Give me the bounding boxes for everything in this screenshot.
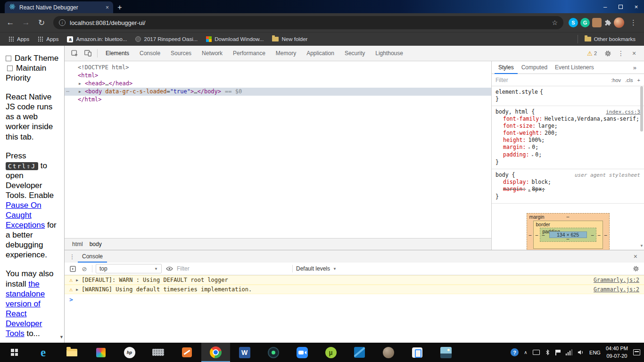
bookmark-item-rinspeed[interactable]: 2017 Rinspeed Oasi... [132,35,201,43]
volume-icon[interactable] [578,349,584,355]
extensions-puzzle-icon[interactable] [604,19,611,26]
tab-network[interactable]: Network [197,46,227,61]
console-warning-row[interactable]: ⚠ ▶ [WARNING] Using default timeseries i… [65,285,644,294]
css-property[interactable]: margin:▸0; [495,144,640,151]
window-close-button[interactable]: × [628,0,644,13]
network-signal-icon[interactable] [566,349,573,355]
css-property-overridden[interactable]: margin:▸8px; [495,186,640,193]
defender-flag-icon[interactable] [555,350,561,355]
css-property[interactable]: font-weight:200; [495,130,640,137]
node-options-dots-icon[interactable]: ⋯ [66,88,68,96]
element-classes-button[interactable]: .cls [625,77,633,83]
device-toolbar-icon[interactable] [82,47,94,59]
element-style-rule[interactable]: element.style{ } [492,86,644,106]
help-icon[interactable]: ? [511,348,519,356]
browser-tab[interactable]: React Native Debugger × [5,1,113,13]
css-property[interactable]: height:100%; [495,137,640,144]
expand-shorthand-icon[interactable]: ▸ [528,146,530,150]
taskbar-file-explorer[interactable] [58,343,86,362]
breadcrumb-body[interactable]: body [87,240,105,248]
console-warnings-badge[interactable]: ⚠ 2 [587,50,597,57]
devtools-close-icon[interactable]: × [628,47,640,59]
styles-filter-input[interactable] [495,77,607,83]
pause-exceptions-link[interactable]: Pause On Caught Exceptions [6,201,45,230]
dom-html-open[interactable]: <html> [65,72,491,80]
new-tab-button[interactable]: + [113,1,126,13]
expand-shorthand-icon[interactable]: ▸ [528,188,530,192]
tab-sources[interactable]: Sources [166,46,196,61]
expand-arrow-icon[interactable]: ▶ [79,80,85,88]
console-source-link[interactable]: Grammarly.js:2 [588,277,639,283]
bookmark-item-apps-2[interactable]: Apps [34,35,62,43]
tray-expand-icon[interactable]: ∧ [524,350,527,355]
taskbar-pictures[interactable] [431,343,460,362]
page-info-icon[interactable]: i [59,19,66,26]
drawer-menu-icon[interactable]: ⋮ [66,253,78,260]
inspect-element-icon[interactable] [68,47,81,59]
css-property[interactable]: font-size:large; [495,123,640,130]
stylesheet-source-link[interactable]: index.css:3 [606,108,640,115]
taskbar-zoom[interactable] [288,343,316,362]
start-button[interactable] [0,343,29,362]
dom-body-node-selected[interactable]: ⋯▶<body data-gr-c-s-loaded="true">…</bod… [65,88,491,96]
taskbar-hp[interactable]: hp [115,343,144,362]
bookmark-item-apps-1[interactable]: Apps [5,35,33,43]
tab-styles[interactable]: Styles [495,61,518,74]
tab-lighthouse[interactable]: Lighthouse [371,46,408,61]
console-drawer-tab[interactable]: Console [78,250,107,263]
tab-security[interactable]: Security [340,46,370,61]
grammarly-extension-icon[interactable]: G [580,18,590,27]
forward-button[interactable]: → [19,16,33,29]
idm-extension-icon[interactable] [592,18,602,27]
action-center-icon[interactable] [633,349,640,355]
bookmark-star-icon[interactable]: ☆ [552,19,558,26]
css-property[interactable]: padding:▸0; [495,151,640,159]
taskbar-utorrent[interactable]: µ [316,343,345,362]
taskbar-edge[interactable]: e [29,343,58,362]
console-warning-row[interactable]: ⚠ ▶ [DEFAULT]: WARN : Using DEFAULT root… [65,275,644,285]
breadcrumb-html[interactable]: html [69,240,86,248]
other-bookmarks-button[interactable]: Other bookmarks [570,33,639,45]
expand-arrow-icon[interactable]: ▶ [76,278,78,282]
expand-arrow-icon[interactable]: ▶ [79,88,85,96]
taskbar-chrome[interactable] [201,343,230,362]
profile-avatar[interactable] [614,17,624,28]
address-bar[interactable]: i localhost:8081/debugger-ui/ ☆ [53,16,563,29]
back-button[interactable]: ← [4,16,17,29]
language-indicator[interactable]: ENG [589,350,601,355]
tablet-mode-icon[interactable] [533,350,540,355]
console-filter-input[interactable] [177,265,289,272]
maintain-priority-checkbox[interactable] [7,66,13,71]
window-maximize-button[interactable] [613,0,628,13]
clock[interactable]: 04:40 PM 09-07-20 [606,345,628,360]
box-model-margin[interactable]: margin – – – – border – – [527,213,610,250]
dom-doctype[interactable]: <!DOCTYPE html> [65,64,491,72]
taskbar-photos[interactable] [86,343,115,362]
tab-event-listeners[interactable]: Event Listeners [551,61,598,74]
taskbar-gimp[interactable] [374,343,403,362]
tab-performance[interactable]: Performance [228,46,270,61]
log-levels-dropdown[interactable]: Default levels ▼ [296,265,337,272]
skype-extension-icon[interactable]: S [569,18,578,27]
live-expression-eye-icon[interactable] [165,266,173,271]
taskbar-word[interactable]: W [230,343,259,362]
user-agent-body-rule[interactable]: body {user agent stylesheet display:bloc… [492,169,644,204]
refresh-button[interactable]: ↻ [35,16,48,29]
bluetooth-icon[interactable] [545,349,550,356]
expand-arrow-icon[interactable]: ▶ [76,288,78,292]
box-model-content[interactable]: 134 × 625 [549,231,587,238]
tab-memory[interactable]: Memory [271,46,301,61]
tab-application[interactable]: Application [302,46,339,61]
body-html-rule[interactable]: body, html {index.css:3 font-family:Helv… [492,106,644,169]
more-tabs-icon[interactable]: » [633,64,641,71]
drawer-close-icon[interactable]: × [629,253,642,260]
devtools-menu-icon[interactable]: ⋮ [615,47,627,59]
bookmark-item-new-folder[interactable]: New folder [268,35,311,43]
browser-menu-icon[interactable]: ⋮ [627,18,640,27]
clear-console-icon[interactable]: ⊘ [80,265,89,272]
box-model-padding[interactable]: padding – – – 134 × 625 [540,228,596,242]
console-prompt-row[interactable]: > [65,294,644,305]
tab-computed[interactable]: Computed [518,61,551,74]
box-model-border[interactable]: border – – padding – – – 134 × 625 [533,221,603,249]
devtools-settings-gear-icon[interactable] [602,47,614,59]
